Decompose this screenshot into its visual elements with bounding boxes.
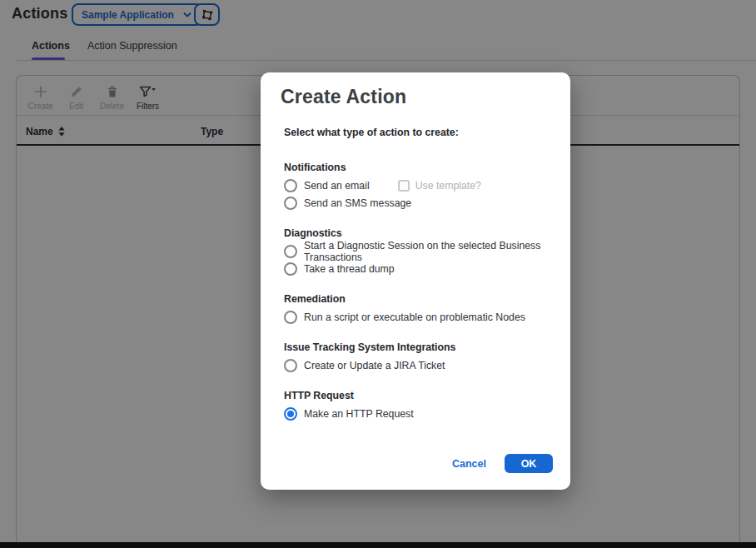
radio-option-label: Make an HTTP Request: [304, 408, 414, 420]
radio-option-label: Create or Update a JIRA Ticket: [304, 360, 445, 371]
cancel-button[interactable]: Cancel: [452, 458, 486, 470]
ok-button[interactable]: OK: [505, 454, 553, 473]
radio-icon[interactable]: [284, 197, 297, 210]
radio-icon[interactable]: [284, 262, 297, 276]
radio-option-label: Start a Diagnostic Session on the select…: [304, 240, 553, 263]
radio-option-http-request[interactable]: Make an HTTP Request: [281, 406, 553, 421]
screen: Actions Sample Application Actions Actio…: [0, 0, 756, 548]
create-action-dialog: Create Action Select what type of action…: [261, 72, 570, 490]
dialog-title: Create Action: [281, 84, 553, 109]
radio-icon[interactable]: [284, 311, 297, 324]
dialog-footer: Cancel OK: [452, 454, 553, 473]
checkbox-icon[interactable]: [398, 180, 410, 192]
radio-option-jira-ticket[interactable]: Create or Update a JIRA Ticket: [281, 358, 553, 372]
checkbox-label: Use template?: [415, 180, 481, 192]
section-heading-http-request: HTTP Request: [281, 389, 553, 402]
radio-option-send-email[interactable]: Send an email Use template?: [281, 178, 553, 192]
radio-icon[interactable]: [284, 179, 297, 192]
section-heading-notifications: Notifications: [281, 161, 553, 174]
radio-option-label: Send an SMS message: [304, 197, 411, 209]
section-heading-diagnostics: Diagnostics: [281, 227, 553, 240]
radio-option-label: Take a thread dump: [304, 263, 395, 275]
use-template-checkbox-group[interactable]: Use template?: [398, 180, 481, 192]
radio-option-label: Run a script or executable on problemati…: [304, 311, 525, 323]
dialog-prompt: Select what type of action to create:: [281, 126, 553, 139]
radio-icon[interactable]: [284, 359, 297, 372]
section-heading-remediation: Remediation: [281, 292, 553, 306]
radio-option-diagnostic-session[interactable]: Start a Diagnostic Session on the select…: [281, 244, 553, 258]
radio-option-thread-dump[interactable]: Take a thread dump: [281, 262, 553, 276]
radio-selected-icon[interactable]: [284, 407, 297, 421]
radio-option-label: Send an email: [304, 180, 370, 192]
radio-icon[interactable]: [284, 245, 297, 258]
radio-option-send-sms[interactable]: Send an SMS message: [281, 196, 553, 210]
radio-option-run-script[interactable]: Run a script or executable on problemati…: [281, 310, 553, 324]
section-heading-issue-tracking: Issue Tracking System Integrations: [281, 341, 553, 354]
